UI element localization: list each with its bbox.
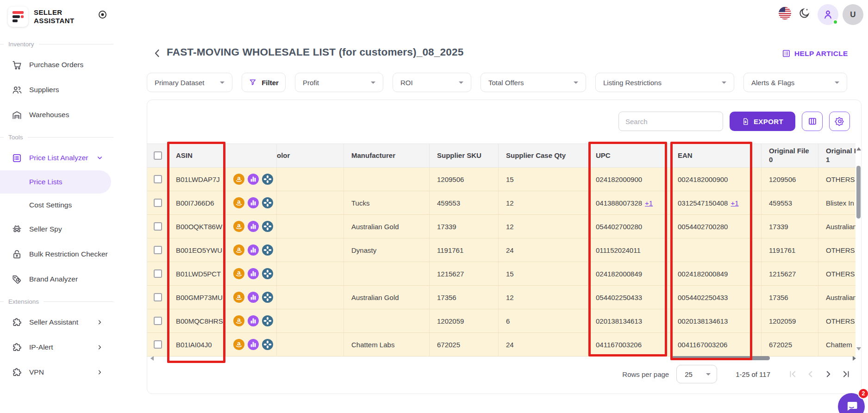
amazon-link-icon[interactable]: a [233, 268, 244, 279]
amazon-link-icon[interactable]: a [233, 244, 244, 256]
sidebar-item-brand-analyzer[interactable]: Brand Analyzer [0, 267, 113, 292]
select-all-checkbox[interactable] [154, 151, 162, 160]
filter-select-primary-dataset[interactable]: Primary Dataset [147, 73, 232, 92]
row-checkbox[interactable] [154, 293, 162, 301]
filter-select-profit[interactable]: Profit [295, 73, 383, 92]
previous-page-button[interactable] [802, 365, 819, 383]
filter-select-alerts-flags[interactable]: Alerts & Flags [743, 73, 847, 92]
filter-select-listing-restrictions[interactable]: Listing Restrictions [595, 73, 734, 92]
chevron-down-icon [706, 373, 711, 375]
language-flag-icon[interactable] [779, 7, 791, 19]
user-avatar[interactable]: U [843, 4, 863, 25]
back-button[interactable] [152, 48, 163, 59]
cell-manufacturer: Chattem Labs [344, 333, 430, 356]
keepa-link-icon[interactable] [248, 221, 259, 232]
row-checkbox[interactable] [154, 269, 162, 278]
row-checkbox[interactable] [154, 222, 162, 231]
row-checkbox[interactable] [154, 317, 162, 325]
sidebar-item-bulk-restriction-checker[interactable]: Bulk Restriction Checker [0, 242, 113, 267]
scroll-down-arrow[interactable] [856, 347, 861, 350]
sidebar-collapse-icon[interactable] [98, 10, 107, 19]
sidebar-item-vpn[interactable]: VPN [0, 360, 113, 385]
amazon-link-icon[interactable]: a [233, 339, 244, 350]
cell-supplier_sku: 1209506 [430, 168, 499, 191]
upc-more-link[interactable]: +1 [645, 199, 653, 207]
keepa-link-icon[interactable] [248, 244, 259, 256]
column-header-supplier_case_qty[interactable]: Supplier Case Qty [499, 144, 588, 167]
sidebar-item-seller-assistant[interactable]: Seller Assistant [0, 310, 113, 335]
filter-button[interactable]: Filter [242, 73, 286, 92]
keepa-link-icon[interactable] [248, 268, 259, 279]
column-header-links[interactable] [226, 144, 277, 167]
filter-label: Total Offers [488, 79, 524, 87]
amazon-link-icon[interactable]: a [233, 197, 244, 208]
cell-asin: B01LWD5PCT [169, 262, 226, 285]
cell-upc: 024182000900 [588, 168, 670, 191]
column-header-supplier_sku[interactable]: Supplier SKU [430, 144, 499, 167]
sas-link-icon[interactable] [262, 339, 273, 350]
account-person-icon[interactable] [818, 4, 838, 25]
sidebar-item-cost-settings[interactable]: Cost Settings [0, 194, 113, 217]
scroll-left-arrow[interactable] [150, 356, 154, 361]
sidebar-item-seller-spy[interactable]: Seller Spy [0, 217, 113, 242]
cell-original_file_1: OTHERS [818, 309, 856, 332]
amazon-link-icon[interactable]: a [233, 292, 244, 303]
sidebar-item-suppliers[interactable]: Suppliers [0, 77, 113, 102]
export-button[interactable]: EXPORT [730, 112, 795, 131]
cell-original_file_0: 1215627 [762, 262, 818, 285]
column-header-manufacturer[interactable]: Manufacturer [344, 144, 430, 167]
keepa-link-icon[interactable] [248, 197, 259, 208]
sas-link-icon[interactable] [262, 244, 273, 256]
sidebar-item-price-lists[interactable]: Price Lists [0, 170, 111, 194]
keepa-link-icon[interactable] [248, 292, 259, 303]
search-input[interactable] [618, 112, 723, 131]
row-checkbox[interactable] [154, 175, 162, 183]
next-page-button[interactable] [819, 365, 837, 383]
column-header-original_file_0[interactable]: Original File0 [762, 144, 818, 167]
sidebar-item-ip-alert[interactable]: IP-Alert [0, 335, 113, 360]
column-header-color[interactable]: olor [277, 144, 344, 167]
sidebar-item-warehouses[interactable]: Warehouses [0, 102, 113, 127]
sidebar-item-price-list-analyzer[interactable]: Price List Analyzer [0, 145, 113, 170]
sas-link-icon[interactable] [262, 292, 273, 303]
manage-columns-button[interactable] [802, 112, 823, 131]
filter-select-total-offers[interactable]: Total Offers [481, 73, 586, 92]
row-checkbox[interactable] [154, 246, 162, 254]
amazon-link-icon[interactable]: a [233, 221, 244, 232]
help-article-link[interactable]: HELP ARTICLE [782, 49, 848, 58]
rows-per-page-select[interactable]: 25 [676, 365, 717, 383]
filter-label: Primary Dataset [155, 79, 205, 87]
last-page-button[interactable] [837, 365, 855, 383]
sas-link-icon[interactable] [262, 197, 273, 208]
vertical-scrollbar-thumb[interactable] [856, 166, 861, 219]
column-header-upc[interactable]: UPC [588, 144, 670, 167]
supplier_case_qty-value: 12 [506, 223, 514, 231]
amazon-link-icon[interactable]: a [233, 174, 244, 185]
table-settings-button[interactable] [829, 112, 850, 131]
first-page-button[interactable] [784, 365, 802, 383]
sas-link-icon[interactable] [262, 174, 273, 185]
keepa-link-icon[interactable] [248, 174, 259, 185]
keepa-link-icon[interactable] [248, 315, 259, 326]
dark-mode-moon-icon[interactable] [798, 7, 810, 19]
cell-upc: 054402250433 [588, 286, 670, 309]
ean-more-link[interactable]: +1 [731, 199, 738, 207]
amazon-link-icon[interactable]: a [233, 315, 244, 326]
keepa-link-icon[interactable] [248, 339, 259, 350]
horizontal-scrollbar-thumb[interactable] [671, 356, 770, 360]
sas-link-icon[interactable] [262, 315, 273, 326]
column-header-asin[interactable]: ASIN [169, 144, 226, 167]
cell-asin: B00MQC8HRS [169, 309, 226, 332]
row-checkbox[interactable] [154, 340, 162, 349]
column-header-ean[interactable]: EAN [670, 144, 762, 167]
scroll-right-arrow[interactable] [853, 356, 856, 361]
cell-upc: 020138134613 [588, 309, 670, 332]
sas-link-icon[interactable] [262, 221, 273, 232]
cell-manufacturer: Australian Gold [344, 286, 430, 309]
column-header-original_file_1[interactable]: Original F1 [818, 144, 856, 167]
sidebar-item-purchase-orders[interactable]: Purchase Orders [0, 52, 113, 77]
row-checkbox[interactable] [154, 199, 162, 207]
filter-select-roi[interactable]: ROI [393, 73, 471, 92]
sas-link-icon[interactable] [262, 268, 273, 279]
scroll-up-arrow[interactable] [856, 147, 861, 150]
